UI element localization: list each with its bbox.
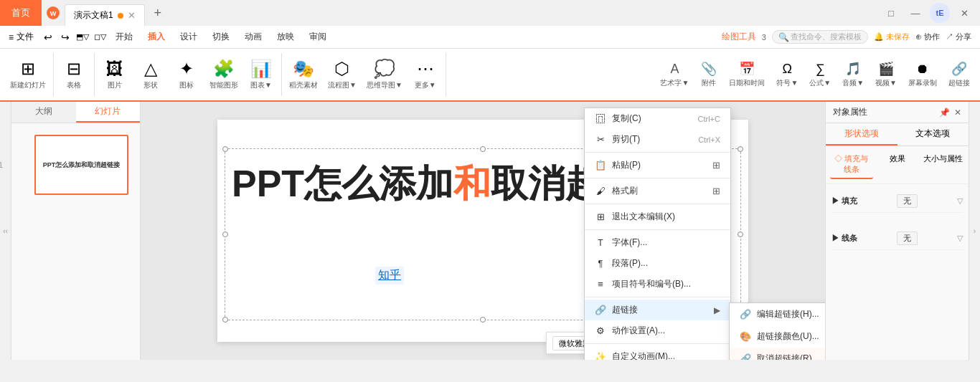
handle-ml[interactable] [222, 231, 228, 237]
left-panel: 大纲 幻灯片 1 PPT怎么添加和取消超链接 [11, 102, 141, 360]
ctx-bullets[interactable]: ≡ 项目符号和编号(B)... [585, 274, 730, 295]
fill-expand-btn[interactable]: ▶ 填充 [831, 196, 857, 206]
ctx-copy[interactable]: ⿵ 复制(C) Ctrl+C [585, 108, 730, 129]
handle-tm[interactable] [480, 146, 486, 152]
handle-bl[interactable] [222, 317, 228, 323]
icon-btn[interactable]: ✦ 图标 [169, 57, 204, 92]
line-dropdown[interactable]: ▽ [957, 234, 963, 243]
video-label: 视频▼ [875, 78, 897, 88]
ctx-font[interactable]: T 字体(F)... [585, 232, 730, 253]
flow-btn[interactable]: ⬡ 流程图▼ [324, 57, 361, 92]
formula-btn[interactable]: ∑ 公式▼ [805, 60, 835, 90]
panel-pin-btn[interactable]: 📌 [939, 108, 950, 118]
right-ribbon-tools: A 艺术字▼ 📎 附件 📅 日期和时间 Ω 符号▼ ∑ 公式▼ 🎵 音频▼ [656, 59, 974, 90]
spacer1 [831, 213, 963, 227]
close-button[interactable]: ✕ [954, 3, 974, 23]
tab-insert[interactable]: 插入 [141, 27, 172, 47]
text-options-tab[interactable]: 文本选项 [897, 123, 969, 145]
edit-link-icon: 🔗 [740, 309, 751, 320]
new-tab-button[interactable]: + [148, 3, 168, 23]
ctx-action[interactable]: ⚙ 动作设置(A)... [585, 320, 730, 341]
ctx-custom-anim[interactable]: ✨ 自定义动画(M)... [585, 346, 730, 360]
table-btn[interactable]: ⊟ 表格 [57, 57, 91, 92]
format-btn[interactable]: ⬒▽ [75, 29, 90, 45]
hyperlink-arrow: ▶ [714, 305, 720, 315]
undo-button[interactable]: ↩ [40, 29, 56, 45]
video-btn[interactable]: 🎬 视频▼ [871, 59, 901, 90]
symbol-btn[interactable]: Ω 符号▼ [772, 60, 802, 90]
view-btn[interactable]: ◻▽ [92, 29, 108, 45]
panel-close-btn[interactable]: ✕ [954, 108, 961, 118]
anim-icon: ✨ [595, 351, 606, 360]
user-avatar[interactable]: tE [930, 3, 950, 23]
icon-icon: ✦ [179, 59, 194, 80]
chart-btn[interactable]: 📊 图表▼ [244, 57, 278, 92]
tab-transition[interactable]: 切换 [205, 27, 237, 47]
slide-num-1: 1 [0, 161, 3, 169]
canvas-area[interactable]: PPT怎么添加和取消超链接 知乎 ⿵ 复制(C) Ctrl+C [141, 102, 825, 360]
right-collapse-btn[interactable]: › [969, 102, 980, 360]
handle-mr[interactable] [738, 231, 743, 237]
line-expand-btn[interactable]: ▶ 线条 [831, 233, 857, 244]
redo-button[interactable]: ↪ [57, 29, 73, 45]
smartart-icon: 🧩 [213, 59, 235, 80]
shape-btn[interactable]: △ 形状 [133, 57, 168, 92]
image-btn[interactable]: 🖼 图片 [98, 57, 132, 92]
slides-tab[interactable]: 幻灯片 [76, 102, 141, 123]
ctx-paste[interactable]: 📋 粘贴(P) ⊞ [585, 155, 730, 176]
unsaved-label[interactable]: 🔔 未保存 [874, 32, 910, 42]
mindmap-btn[interactable]: 💭 思维导图▼ [362, 57, 407, 92]
handle-tr[interactable] [738, 146, 743, 152]
fill-dropdown[interactable]: ▽ [957, 196, 963, 206]
smartart-btn[interactable]: 🧩 智能图形 [205, 57, 242, 92]
shape-options-tab[interactable]: 形状选项 [826, 123, 897, 145]
file-menu[interactable]: ≡ 文件 [3, 31, 39, 43]
outline-tab[interactable]: 大纲 [11, 102, 76, 123]
ctx-exit-edit[interactable]: ⊞ 退出文本编辑(X) [585, 206, 730, 227]
ctx-paragraph[interactable]: ¶ 段落(P)... [585, 253, 730, 274]
audio-btn[interactable]: 🎵 音频▼ [838, 59, 868, 90]
right-panel-controls: 📌 ✕ [939, 108, 961, 118]
collaborate-btn[interactable]: ⊕ 协作 [915, 32, 940, 42]
more-btn[interactable]: ⋯ 更多▼ [408, 57, 443, 92]
hyperlink-btn[interactable]: 🔗 超链接 [944, 59, 974, 90]
restore-button[interactable]: □ [881, 3, 901, 23]
audio-icon: 🎵 [845, 61, 861, 77]
drawing-tools-num: 3 [762, 33, 766, 42]
new-slide-btn[interactable]: ⊞ 新建幻灯片 [6, 57, 50, 92]
tab-slideshow[interactable]: 放映 [270, 27, 301, 47]
tab-animation[interactable]: 动画 [237, 27, 269, 47]
tab-design[interactable]: 设计 [173, 27, 204, 47]
left-collapse-btn[interactable]: ‹‹ [0, 102, 11, 360]
handle-bm[interactable] [480, 317, 486, 323]
formula-label: 公式▼ [809, 78, 831, 88]
screen-record-btn[interactable]: ⏺ 屏幕录制 [904, 60, 941, 90]
drawing-tools-label[interactable]: 绘图工具 [722, 31, 756, 43]
slide-thumb-1-wrapper: 1 PPT怎么添加和取消超链接 [11, 123, 140, 206]
submenu-edit-link[interactable]: 🔗 编辑超链接(H)... [730, 303, 825, 325]
minimize-button[interactable]: — [905, 3, 925, 23]
handle-tl[interactable] [222, 146, 228, 152]
ctx-format-brush[interactable]: 🖌 格式刷 ⊞ [585, 181, 730, 201]
font-icon: T [595, 238, 606, 248]
share-btn[interactable]: ↗ 分享 [946, 32, 971, 42]
submenu-remove-link[interactable]: 🔗 取消超链接(R) [730, 348, 825, 360]
art-text-btn[interactable]: A 艺术字▼ [656, 60, 693, 90]
action-icon: ⚙ [595, 325, 606, 336]
datetime-btn[interactable]: 📅 日期和时间 [725, 59, 769, 90]
ctx-cut[interactable]: ✂ 剪切(T) Ctrl+X [585, 129, 730, 150]
fill-line-tab[interactable]: ◇ 填充与线条 [830, 151, 873, 179]
attach-btn[interactable]: 📎 附件 [696, 59, 722, 90]
document-tab[interactable]: 演示文稿1 ✕ [65, 4, 145, 26]
tab-review[interactable]: 审阅 [302, 27, 334, 47]
submenu-link-color[interactable]: 🎨 超链接颜色(U)... [730, 325, 825, 348]
home-tab[interactable]: 首页 [0, 0, 42, 26]
search-box[interactable]: 🔍 查找命令、搜索模板 [772, 30, 868, 44]
daoke-btn[interactable]: 🎭 稻壳素材 [285, 57, 322, 92]
effect-tab[interactable]: 效果 [876, 151, 919, 179]
tab-home[interactable]: 开始 [108, 27, 140, 47]
ctx-hyperlink[interactable]: 🔗 超链接 ▶ [585, 300, 730, 320]
shape-icon: △ [144, 59, 157, 80]
slide-thumbnail-1[interactable]: PPT怎么添加和取消超链接 [34, 135, 128, 195]
size-prop-tab[interactable]: 大小与属性 [921, 151, 964, 179]
